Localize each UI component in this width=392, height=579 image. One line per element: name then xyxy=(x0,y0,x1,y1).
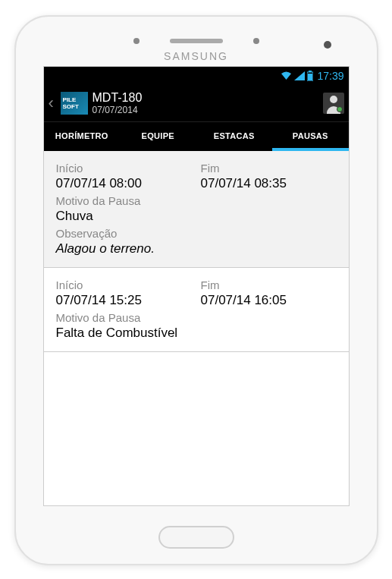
home-button[interactable] xyxy=(158,526,234,549)
tab-bar: HORÍMETRO EQUIPE ESTACAS PAUSAS xyxy=(44,121,349,151)
content-area[interactable]: Início 07/07/14 08:00 Fim 07/07/14 08:35… xyxy=(44,151,349,505)
fim-value: 07/07/14 16:05 xyxy=(201,293,337,308)
observacao-value: Alagou o terreno. xyxy=(56,241,337,256)
logo-line-2: SOFT xyxy=(63,103,88,110)
tab-equipe[interactable]: EQUIPE xyxy=(120,122,196,151)
user-avatar-icon[interactable] xyxy=(323,93,344,114)
fim-label: Fim xyxy=(201,278,337,291)
motivo-label: Motivo da Pausa xyxy=(56,194,337,207)
action-bar: ‹ PILE SOFT MDT-180 07/07/2014 xyxy=(44,85,349,121)
inicio-value: 07/07/14 15:25 xyxy=(56,293,192,308)
app-logo[interactable]: PILE SOFT xyxy=(61,92,88,115)
tab-pausas[interactable]: PAUSAS xyxy=(272,122,349,151)
phone-frame: SAMSUNG 17:39 ‹ PILE SOFT MDT-180 07/07/ xyxy=(14,15,378,565)
tab-horimetro[interactable]: HORÍMETRO xyxy=(44,122,121,151)
logo-line-1: PILE xyxy=(63,96,88,103)
back-icon[interactable]: ‹ xyxy=(49,93,56,113)
fim-label: Fim xyxy=(201,162,337,175)
signal-icon xyxy=(294,71,305,80)
page-subtitle: 07/07/2014 xyxy=(93,105,318,115)
page-title: MDT-180 xyxy=(93,91,318,105)
light-sensor xyxy=(253,38,259,44)
motivo-value: Falta de Combustível xyxy=(56,326,337,341)
battery-icon xyxy=(307,71,313,81)
inicio-label: Início xyxy=(56,162,192,175)
proximity-sensor xyxy=(133,38,140,44)
motivo-value: Chuva xyxy=(56,209,337,224)
svg-rect-2 xyxy=(308,74,312,80)
status-dot-icon xyxy=(337,106,343,112)
screen: 17:39 ‹ PILE SOFT MDT-180 07/07/2014 HOR… xyxy=(43,66,350,506)
status-bar: 17:39 xyxy=(44,67,349,85)
observacao-label: Observação xyxy=(56,227,337,240)
device-brand: SAMSUNG xyxy=(164,50,228,62)
front-camera xyxy=(324,41,331,49)
inicio-label: Início xyxy=(56,278,192,291)
status-time: 17:39 xyxy=(317,70,343,82)
tab-estacas[interactable]: ESTACAS xyxy=(196,122,273,151)
speaker-grille xyxy=(170,39,223,43)
pause-card[interactable]: Início 07/07/14 08:00 Fim 07/07/14 08:35… xyxy=(44,151,349,268)
motivo-label: Motivo da Pausa xyxy=(56,311,337,324)
fim-value: 07/07/14 08:35 xyxy=(201,176,337,191)
phone-bezel-top: SAMSUNG xyxy=(16,17,377,66)
wifi-icon xyxy=(281,71,292,80)
title-block: MDT-180 07/07/2014 xyxy=(93,91,318,115)
inicio-value: 07/07/14 08:00 xyxy=(56,176,192,191)
pause-card[interactable]: Início 07/07/14 15:25 Fim 07/07/14 16:05… xyxy=(44,268,349,352)
